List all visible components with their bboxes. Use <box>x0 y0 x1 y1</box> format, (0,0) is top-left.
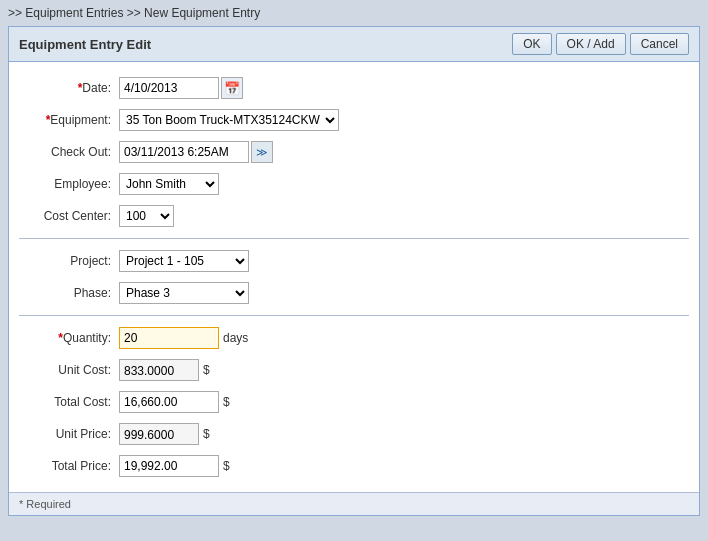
unit-cost-label: Unit Cost: <box>19 363 119 377</box>
quantity-required-star: * <box>58 331 63 345</box>
main-panel: Equipment Entry Edit OK OK / Add Cancel … <box>8 26 700 516</box>
total-cost-row: Total Cost: $ <box>9 386 699 418</box>
project-select[interactable]: Project 1 - 105 <box>119 250 249 272</box>
employee-label: Employee: <box>19 177 119 191</box>
cost-center-select[interactable]: 100 <box>119 205 174 227</box>
panel-header: Equipment Entry Edit OK OK / Add Cancel <box>9 27 699 62</box>
total-cost-input[interactable] <box>119 391 219 413</box>
checkout-label: Check Out: <box>19 145 119 159</box>
project-row: Project: Project 1 - 105 <box>9 245 699 277</box>
checkout-arrow-button[interactable]: ≫ <box>251 141 273 163</box>
quantity-row: *Quantity: days <box>9 322 699 354</box>
unit-cost-row: Unit Cost: 833.0000 $ <box>9 354 699 386</box>
employee-row: Employee: John Smith <box>9 168 699 200</box>
quantity-input[interactable] <box>119 327 219 349</box>
footer-note: * Required <box>9 492 699 515</box>
cancel-button[interactable]: Cancel <box>630 33 689 55</box>
checkout-input[interactable] <box>119 141 249 163</box>
date-row: *Date: 📅 <box>9 72 699 104</box>
header-buttons: OK OK / Add Cancel <box>512 33 689 55</box>
unit-price-row: Unit Price: 999.6000 $ <box>9 418 699 450</box>
form-body: *Date: 📅 *Equipment: 35 Ton Boom Truck-M… <box>9 62 699 492</box>
panel-title: Equipment Entry Edit <box>19 37 151 52</box>
calendar-icon: 📅 <box>224 81 240 96</box>
unit-cost-value: 833.0000 <box>119 359 199 381</box>
unit-price-label: Unit Price: <box>19 427 119 441</box>
date-input[interactable] <box>119 77 219 99</box>
phase-row: Phase: Phase 3 <box>9 277 699 309</box>
separator-1 <box>19 238 689 239</box>
total-price-row: Total Price: $ <box>9 450 699 482</box>
employee-select[interactable]: John Smith <box>119 173 219 195</box>
date-label: *Date: <box>19 81 119 95</box>
unit-price-currency: $ <box>203 427 210 441</box>
unit-cost-currency: $ <box>203 363 210 377</box>
date-required-star: * <box>78 81 83 95</box>
breadcrumb-text: >> Equipment Entries >> New Equipment En… <box>8 6 260 20</box>
total-price-input[interactable] <box>119 455 219 477</box>
total-price-currency: $ <box>223 459 230 473</box>
calendar-button[interactable]: 📅 <box>221 77 243 99</box>
total-price-label: Total Price: <box>19 459 119 473</box>
total-cost-label: Total Cost: <box>19 395 119 409</box>
breadcrumb: >> Equipment Entries >> New Equipment En… <box>0 0 708 26</box>
ok-button[interactable]: OK <box>512 33 551 55</box>
equipment-label: *Equipment: <box>19 113 119 127</box>
equipment-required-star: * <box>46 113 51 127</box>
quantity-label: *Quantity: <box>19 331 119 345</box>
equipment-row: *Equipment: 35 Ton Boom Truck-MTX35124CK… <box>9 104 699 136</box>
phase-select[interactable]: Phase 3 <box>119 282 249 304</box>
checkout-row: Check Out: ≫ <box>9 136 699 168</box>
cost-center-label: Cost Center: <box>19 209 119 223</box>
project-label: Project: <box>19 254 119 268</box>
total-cost-currency: $ <box>223 395 230 409</box>
quantity-unit: days <box>223 331 248 345</box>
equipment-select[interactable]: 35 Ton Boom Truck-MTX35124CKW <box>119 109 339 131</box>
cost-center-row: Cost Center: 100 <box>9 200 699 232</box>
unit-price-value: 999.6000 <box>119 423 199 445</box>
phase-label: Phase: <box>19 286 119 300</box>
separator-2 <box>19 315 689 316</box>
required-note: * Required <box>19 498 71 510</box>
ok-add-button[interactable]: OK / Add <box>556 33 626 55</box>
